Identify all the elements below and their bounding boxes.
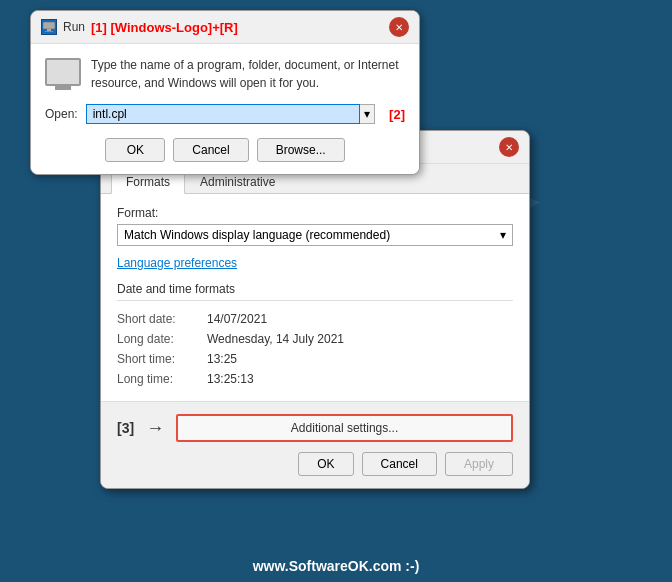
bottom-bar-text: www.SoftwareOK.com :-): [253, 558, 420, 574]
run-browse-button[interactable]: Browse...: [257, 138, 345, 162]
run-title-left: Run [1] [Windows-Logo]+[R]: [41, 19, 238, 35]
run-buttons: OK Cancel Browse...: [45, 138, 405, 162]
run-desc-row: Type the name of a program, folder, docu…: [45, 56, 405, 92]
run-open-label: Open:: [45, 107, 78, 121]
bottom-bar: www.SoftwareOK.com :-): [0, 550, 672, 582]
annotation-label-3: [3]: [117, 420, 134, 436]
run-dialog: Run [1] [Windows-Logo]+[R] ✕ Type the na…: [30, 10, 420, 175]
long-date-row: Long date: Wednesday, 14 July 2021: [117, 329, 513, 349]
run-input-wrapper: ▾: [86, 104, 375, 124]
arrow-right-icon: →: [146, 418, 164, 439]
format-dropdown-value: Match Windows display language (recommen…: [124, 228, 390, 242]
short-date-row: Short date: 14/07/2021: [117, 309, 513, 329]
date-time-section-header: Date and time formats: [117, 278, 513, 301]
additional-settings-button[interactable]: Additional settings...: [176, 414, 513, 442]
run-desc-text: Type the name of a program, folder, docu…: [91, 56, 405, 92]
region-ok-button[interactable]: OK: [298, 452, 353, 476]
additional-settings-row: [3] → Additional settings...: [117, 414, 513, 442]
region-bottom: [3] → Additional settings... OK Cancel A…: [101, 401, 529, 488]
run-open-row: Open: ▾ [2]: [45, 104, 405, 124]
run-title-text: Run: [63, 20, 85, 34]
long-time-row: Long time: 13:25:13: [117, 369, 513, 389]
run-cancel-button[interactable]: Cancel: [173, 138, 248, 162]
region-apply-button[interactable]: Apply: [445, 452, 513, 476]
region-action-buttons: OK Cancel Apply: [117, 452, 513, 476]
short-time-value: 13:25: [207, 352, 237, 366]
short-time-label: Short time:: [117, 352, 207, 366]
long-time-value: 13:25:13: [207, 372, 254, 386]
region-cancel-button[interactable]: Cancel: [362, 452, 437, 476]
run-computer-icon: [45, 58, 81, 86]
run-dropdown-arrow[interactable]: ▾: [360, 104, 375, 124]
long-date-label: Long date:: [117, 332, 207, 346]
format-label: Format:: [117, 206, 513, 220]
long-date-value: Wednesday, 14 July 2021: [207, 332, 344, 346]
run-close-button[interactable]: ✕: [389, 17, 409, 37]
run-title-bar: Run [1] [Windows-Logo]+[R] ✕: [31, 11, 419, 44]
run-ok-button[interactable]: OK: [105, 138, 165, 162]
language-preferences-link[interactable]: Language preferences: [117, 256, 513, 270]
short-time-row: Short time: 13:25: [117, 349, 513, 369]
run-body: Type the name of a program, folder, docu…: [31, 44, 419, 174]
region-dialog: Region ✕ Formats Administrative Format: …: [100, 130, 530, 489]
format-dropdown[interactable]: Match Windows display language (recommen…: [117, 224, 513, 246]
short-date-label: Short date:: [117, 312, 207, 326]
run-dialog-icon: [41, 19, 57, 35]
long-time-label: Long time:: [117, 372, 207, 386]
svg-rect-0: [43, 22, 55, 29]
short-date-value: 14/07/2021: [207, 312, 267, 326]
svg-rect-1: [47, 29, 51, 31]
svg-rect-2: [45, 31, 53, 32]
run-input[interactable]: [86, 104, 360, 124]
run-input-badge: [2]: [389, 107, 405, 122]
format-dropdown-arrow-icon: ▾: [500, 228, 506, 242]
region-close-button[interactable]: ✕: [499, 137, 519, 157]
region-body: Format: Match Windows display language (…: [101, 194, 529, 401]
run-annotation-title: [1] [Windows-Logo]+[R]: [91, 20, 238, 35]
